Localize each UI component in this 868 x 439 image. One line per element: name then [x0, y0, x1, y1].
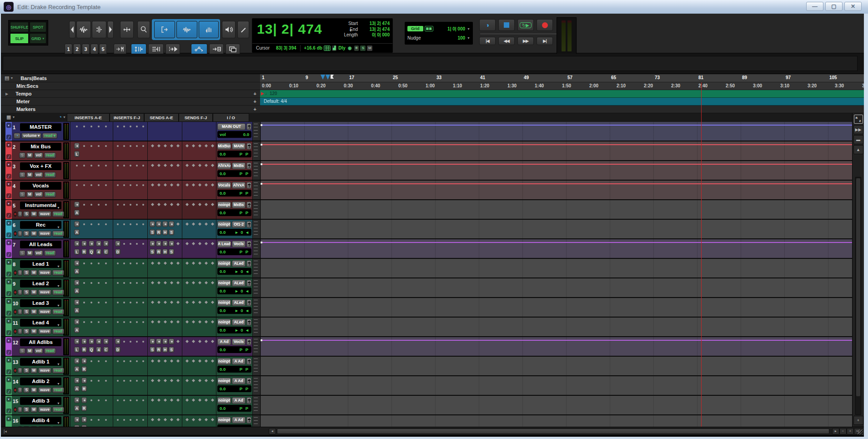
solo-button[interactable]: S	[23, 387, 30, 393]
zoom-horizontal-in-button[interactable]	[107, 21, 114, 38]
track-view-selector[interactable]: wave	[38, 407, 51, 413]
track-name[interactable]: Lead 3▼	[20, 299, 61, 307]
output-window-icon[interactable]	[246, 299, 251, 306]
track-options-icon[interactable]: ▼	[6, 221, 11, 226]
track-name[interactable]: Rec▼	[20, 221, 61, 229]
fast-forward-button[interactable]: ▶▶	[517, 37, 534, 45]
input-monitor-button[interactable]: I	[18, 211, 22, 217]
input-monitor-button[interactable]: I	[18, 368, 22, 373]
volume-pan-readout[interactable]: 0.0▸ 0 ◂	[217, 288, 251, 294]
track-view-selector[interactable]: wave	[38, 211, 51, 217]
automation-mode-selector[interactable]: read ▾	[42, 133, 57, 139]
input-path-button[interactable]: noinpt	[217, 221, 231, 228]
automation-breakpoint[interactable]	[261, 339, 262, 341]
elastic-audio-icon[interactable]: ╱	[6, 311, 11, 316]
volume-pan-readout[interactable]: 0.0P P	[217, 248, 251, 255]
elastic-audio-icon[interactable]: ╱	[6, 174, 11, 179]
sends-a-e-cell[interactable]	[147, 376, 182, 395]
track-options-icon[interactable]: ▼	[6, 318, 11, 323]
sends-f-j-cell[interactable]	[182, 220, 216, 238]
automation-mode-selector[interactable]: read	[52, 387, 64, 393]
assigned-slot-chip[interactable]: R	[156, 347, 161, 353]
assigned-slot-chip[interactable]: H	[162, 249, 168, 255]
selector-tool-button[interactable]	[176, 21, 197, 38]
spot-mode-button[interactable]: SPOT	[30, 22, 46, 32]
volume-pan-readout[interactable]: 0.0▸ 0 ◂	[217, 307, 251, 314]
input-monitor-button[interactable]: I	[18, 328, 22, 334]
output-window-icon[interactable]	[246, 202, 251, 208]
sends-a-e-cell[interactable]	[147, 415, 182, 427]
solo-button[interactable]: S	[19, 152, 25, 158]
sends-f-j-cell[interactable]	[182, 415, 216, 427]
keyboard-focus-az-button[interactable]: az	[854, 115, 863, 124]
record-enable-button[interactable]	[14, 388, 17, 393]
mute-button[interactable]: M	[30, 328, 37, 334]
input-path-button[interactable]: noinpt	[217, 280, 231, 287]
scrubber-tool-button[interactable]	[222, 21, 236, 38]
sends-a-e-cell[interactable]	[147, 181, 182, 199]
mute-button[interactable]: M	[30, 368, 37, 373]
inserts-f-j-cell[interactable]	[113, 415, 147, 427]
mute-button[interactable]: M	[26, 172, 33, 178]
track-color-strip[interactable]: ▼╱	[5, 220, 12, 238]
sends-f-j-cell[interactable]	[182, 181, 216, 199]
sends-f-j-cell[interactable]	[182, 161, 216, 180]
elastic-audio-icon[interactable]: ╱	[6, 213, 11, 218]
track-view-selector[interactable]: wave	[38, 368, 51, 373]
assigned-slot-chip[interactable]: 4	[96, 249, 101, 255]
output-path-button[interactable]: Ot1-2	[232, 221, 246, 228]
output-path-button[interactable]: MxBs	[232, 202, 246, 208]
mute-button[interactable]: M	[30, 387, 37, 393]
volume-automation-line[interactable]	[261, 340, 864, 341]
output-window-icon[interactable]	[246, 397, 251, 404]
output-path-button[interactable]: ALed	[232, 260, 246, 267]
loop-play-button[interactable]: ↻▶	[517, 19, 534, 31]
input-path-button[interactable]: A Ad	[217, 338, 231, 345]
sends-f-j-cell[interactable]	[182, 200, 216, 219]
inserts-a-e-cell[interactable]: AR	[70, 376, 113, 395]
return-to-start-button[interactable]: |◀	[479, 37, 496, 45]
volume-automation-line[interactable]	[261, 183, 864, 184]
automation-breakpoint[interactable]	[261, 124, 262, 126]
solo-button[interactable]: S	[23, 211, 30, 217]
sends-f-j-cell[interactable]	[182, 357, 216, 375]
track-view-selector[interactable]: wave	[38, 231, 51, 237]
track-options-icon[interactable]: ▼	[6, 397, 11, 402]
automation-mode-selector[interactable]: read	[52, 368, 64, 373]
tab-to-transient-button[interactable]	[114, 44, 126, 55]
track-list-icon[interactable]: ▦	[6, 114, 11, 122]
output-window-icon[interactable]	[246, 280, 251, 287]
output-window-icon[interactable]	[246, 241, 251, 247]
sends-a-e-cell[interactable]: SRHS	[147, 220, 182, 238]
sends-a-e-cell[interactable]	[147, 318, 182, 336]
input-monitor-button[interactable]: I	[18, 231, 22, 237]
track-height-increase-button[interactable]: +	[853, 416, 863, 425]
inserts-f-j-cell[interactable]	[113, 396, 147, 414]
record-enable-button[interactable]	[14, 368, 17, 373]
sends-a-e-cell[interactable]	[147, 161, 182, 180]
column-header-inserts-fj[interactable]: INSERTS F-J	[110, 113, 144, 122]
track-name[interactable]: All Adlibs	[20, 338, 61, 346]
mute-button[interactable]: M	[26, 192, 33, 197]
automation-follows-edit-button[interactable]	[191, 44, 207, 55]
record-enable-button[interactable]	[14, 407, 17, 412]
output-path-button[interactable]: Vocls	[232, 338, 246, 345]
track-name-dropdown-icon[interactable]: ▼	[57, 419, 60, 427]
inserts-a-e-cell[interactable]: AR	[70, 415, 113, 427]
close-button[interactable]: ✕	[844, 2, 862, 11]
elastic-audio-icon[interactable]: ╱	[6, 154, 11, 159]
solo-button[interactable]: S	[19, 172, 25, 178]
link-track-edit-button[interactable]	[148, 44, 164, 55]
inserts-a-e-cell[interactable]: A	[70, 318, 113, 336]
inserts-f-j-cell[interactable]	[113, 298, 147, 317]
window-resize-grip[interactable]	[858, 429, 863, 435]
track-color-strip[interactable]: ▼╱	[5, 278, 12, 297]
keyboard-focus-icon[interactable]: |◂	[4, 429, 7, 434]
sends-a-e-cell[interactable]	[147, 259, 182, 278]
volume-pan-readout[interactable]: 0.0▸ 0 ◂	[217, 229, 251, 236]
output-window-icon[interactable]	[246, 378, 251, 384]
track-name[interactable]: Lead 2▼	[20, 280, 61, 288]
track-list-dropdown-icon[interactable]: ▼	[12, 116, 15, 122]
output-path-button[interactable]: ALed	[232, 280, 246, 287]
ruler-label-min-secs[interactable]: Min:Secs	[16, 83, 38, 89]
